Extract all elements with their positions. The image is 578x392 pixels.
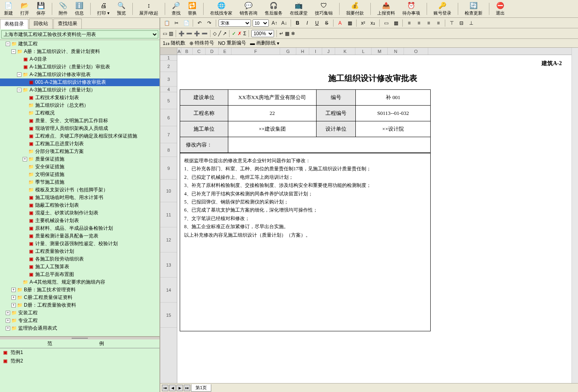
toolbar-查找[interactable]: 🔎查找 bbox=[171, 1, 181, 17]
sheet-last-icon[interactable]: ⏭ bbox=[184, 385, 190, 391]
tree-node[interactable]: +📁安装工程 bbox=[0, 309, 159, 317]
tree-node[interactable]: +📁专业工程 bbox=[0, 317, 159, 324]
toolbar-展开/收起[interactable]: ↕展开/收起 bbox=[138, 1, 159, 17]
cross-icon[interactable]: ✗ bbox=[238, 31, 242, 36]
toolbar-售后服务[interactable]: 🎧售后服务 bbox=[264, 1, 283, 17]
insert-col-icon[interactable]: ➕ bbox=[194, 31, 200, 36]
tree-node[interactable]: 📁分部分项工程施工方案 bbox=[0, 148, 159, 155]
row-header-3[interactable]: 3 bbox=[160, 72, 177, 87]
tree-node[interactable]: ▣工程质量验收计划 bbox=[0, 248, 159, 255]
toolbar-退出[interactable]: ⛔退出 bbox=[495, 1, 506, 17]
example-item[interactable]: ▣ 范例2 bbox=[0, 357, 159, 365]
font-select[interactable]: 宋体 bbox=[219, 19, 251, 27]
merge-icon[interactable]: ▭ bbox=[163, 31, 167, 36]
col-header-K[interactable]: K bbox=[335, 48, 355, 55]
collapse-icon[interactable]: − bbox=[6, 42, 10, 46]
row-header-11[interactable]: 11 bbox=[160, 202, 177, 227]
valign-mid-icon[interactable]: ⊟ bbox=[457, 19, 465, 27]
tree-node[interactable]: 📁安全保证措施 bbox=[0, 163, 159, 171]
tree-node[interactable]: ▣原材料、成品、半成品设备检验计划 bbox=[0, 225, 159, 232]
tree-node[interactable]: +📁监理协会通用表式 bbox=[0, 324, 159, 332]
size-up-icon[interactable]: A↑ bbox=[270, 19, 278, 27]
sheet-next-icon[interactable]: ▶ bbox=[176, 385, 183, 391]
tab-search[interactable]: 查找结果 bbox=[53, 19, 82, 29]
example-item[interactable]: ▣ 范例1 bbox=[0, 348, 159, 357]
check-icon[interactable]: ✓ bbox=[232, 31, 236, 36]
toolbar-技巧集锦[interactable]: 🛡技巧集锦 bbox=[314, 1, 334, 17]
tree-node[interactable]: ▣工程难点、关键工序的确定及相应技术保证措施 bbox=[0, 132, 159, 140]
zoom-select[interactable]: 100% bbox=[251, 30, 274, 37]
wrap-icon[interactable]: ↵ bbox=[279, 31, 283, 36]
align-justify-icon[interactable]: ≡ bbox=[434, 19, 442, 27]
toolbar-保存[interactable]: 💾保存 bbox=[36, 1, 46, 17]
toolbar-账号登录[interactable]: 🔑账号登录 bbox=[433, 1, 452, 17]
line-icon[interactable]: ╱ bbox=[218, 31, 221, 36]
tree-node[interactable]: ▣001-A-2施工组织设计修改审批表 bbox=[0, 78, 159, 86]
expand-icon[interactable]: + bbox=[23, 157, 27, 161]
vertical-scrollbar[interactable] bbox=[572, 48, 578, 383]
split-icon[interactable]: ▥ bbox=[169, 31, 173, 36]
tree-node[interactable]: ▣主要机械设备计划表 bbox=[0, 217, 159, 225]
tree-node[interactable]: ▣工程施工总进度计划表 bbox=[0, 140, 159, 148]
tree-node[interactable]: ▣A-1施工组织设计（质量计划）审批表 bbox=[0, 63, 159, 71]
expand-icon[interactable]: + bbox=[11, 303, 16, 307]
undo-icon[interactable]: ↶ bbox=[196, 19, 204, 27]
valign-bot-icon[interactable]: ⊥ bbox=[467, 19, 475, 27]
tree-node[interactable]: −📁A册：施工组织设计、质量计划资料 bbox=[0, 48, 159, 55]
tree-node[interactable]: ▣施工总平面布置图 bbox=[0, 271, 159, 278]
tree-node[interactable]: ▣质量检测计量器具配备一览表 bbox=[0, 232, 159, 240]
val-design-unit[interactable]: ××设计院 bbox=[356, 121, 431, 137]
random-btn[interactable]: 1₂₃ 随机数 bbox=[163, 40, 185, 47]
font-color-icon[interactable]: A bbox=[336, 19, 344, 27]
content-body[interactable]: 根据监理单位提出的修改意见本企业针对问题作如下修改：1、已补充各部门、科室、工种… bbox=[180, 153, 431, 331]
row-header-15[interactable]: 15 bbox=[160, 303, 177, 328]
expand-icon[interactable]: + bbox=[6, 311, 10, 315]
tree-node[interactable]: ▣工程技术复核计划表 bbox=[0, 94, 159, 102]
col-header-O[interactable]: O bbox=[404, 48, 428, 55]
val-project-no[interactable]: S0113--01-032 bbox=[356, 106, 431, 121]
sheet-first-icon[interactable]: ⏮ bbox=[162, 385, 168, 391]
collapse-icon[interactable]: − bbox=[17, 88, 21, 92]
tree-node[interactable]: 📁工程概况 bbox=[0, 109, 159, 117]
underline-icon[interactable]: U bbox=[313, 19, 321, 27]
valign-top-icon[interactable]: ⊤ bbox=[448, 19, 456, 27]
toolbar-附件[interactable]: 📎附件 bbox=[58, 1, 68, 17]
row-header-6[interactable]: 6 bbox=[160, 109, 177, 126]
fill-color-icon[interactable]: ▦ bbox=[346, 19, 354, 27]
row-header-12[interactable]: 12 bbox=[160, 227, 177, 252]
tree-node[interactable]: ▣施工现场临时用电、用水计算书 bbox=[0, 194, 159, 201]
forms-tree[interactable]: −📁建筑工程−📁A册：施工组织设计、质量计划资料▣A-0目录▣A-1施工组织设计… bbox=[0, 40, 159, 337]
size-select[interactable]: 10 bbox=[253, 19, 269, 27]
val-build-unit[interactable]: XX市XX房地产置业有限公司 bbox=[228, 90, 316, 106]
expand-icon[interactable]: + bbox=[11, 295, 16, 300]
collapse-icon[interactable]: − bbox=[17, 72, 21, 77]
tree-node[interactable]: 📁施工组织设计（总文档） bbox=[0, 102, 159, 109]
toolbar-打开[interactable]: 📂打开 bbox=[19, 1, 30, 17]
subscript-icon[interactable]: x₂ bbox=[369, 19, 377, 27]
col-header-H[interactable]: H bbox=[296, 48, 309, 55]
grid-icon[interactable]: ▦ bbox=[392, 19, 400, 27]
tree-node[interactable]: −📁建筑工程 bbox=[0, 40, 159, 48]
toolbar-替换[interactable]: 🔁替换 bbox=[187, 1, 198, 17]
col-header-E[interactable]: E bbox=[219, 48, 232, 55]
expand-icon[interactable]: + bbox=[11, 288, 16, 292]
col-header-F[interactable]: F bbox=[232, 48, 280, 55]
tree-node[interactable]: 📁文明保证措施 bbox=[0, 171, 159, 178]
align-left-icon[interactable]: ≡ bbox=[405, 19, 413, 27]
row-header-8[interactable]: 8 bbox=[160, 143, 177, 157]
print-area-icon[interactable]: ▦ bbox=[285, 31, 289, 36]
row-header-14[interactable]: 14 bbox=[160, 278, 177, 303]
row-header-4[interactable]: 4 bbox=[160, 87, 177, 92]
col-header-L[interactable]: L bbox=[355, 48, 372, 55]
val-construct-unit[interactable]: ××建设集团 bbox=[228, 121, 316, 137]
redo-icon[interactable]: ↷ bbox=[205, 19, 213, 27]
toolbar-上报资料[interactable]: 📤上报资料 bbox=[376, 1, 396, 17]
collapse-icon[interactable]: − bbox=[11, 49, 16, 54]
strikethrough-btn[interactable]: ▬ 画删除线 ▾ bbox=[250, 40, 279, 47]
tree-node[interactable]: ▣质量、安全、文明施工的工作目标 bbox=[0, 117, 159, 125]
sum-icon[interactable]: Σ bbox=[243, 31, 246, 36]
row-header-9[interactable]: 9 bbox=[160, 157, 177, 180]
toolbar-在线找专家[interactable]: 🌐在线找专家 bbox=[209, 1, 233, 17]
align-right-icon[interactable]: ≡ bbox=[425, 19, 433, 27]
cut-icon[interactable]: ✂ bbox=[172, 19, 181, 27]
